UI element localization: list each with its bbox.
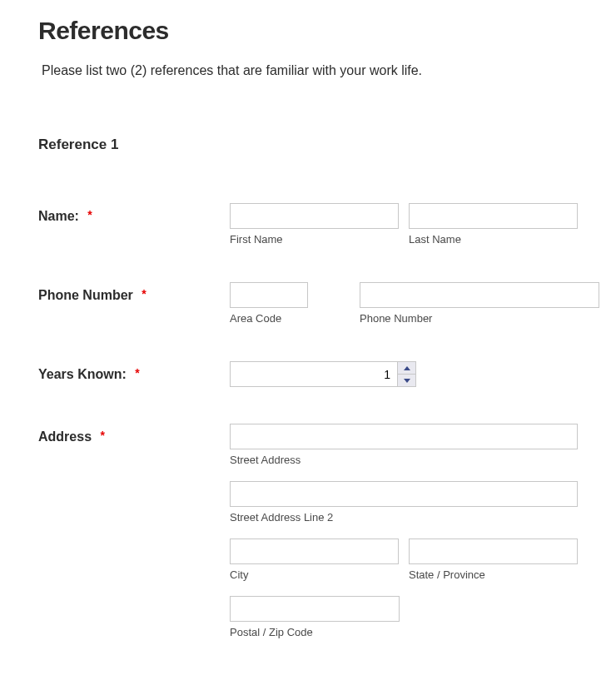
years-known-stepper [230, 361, 416, 387]
address-row: Address * Street Address Street Address … [38, 424, 578, 638]
phone-number-sublabel: Phone Number [360, 312, 599, 325]
area-code-sublabel: Area Code [230, 312, 308, 325]
reference-section-heading: Reference 1 [38, 136, 578, 153]
area-code-input[interactable] [230, 282, 308, 308]
state-input[interactable] [409, 539, 578, 564]
years-label: Years Known: [38, 367, 127, 381]
years-row: Years Known: * [38, 361, 578, 387]
phone-label: Phone Number [38, 288, 133, 302]
required-indicator: * [87, 208, 92, 221]
city-sublabel: City [230, 568, 399, 581]
street-address-2-input[interactable] [230, 481, 578, 507]
page-heading: References [38, 17, 578, 45]
street-address-2-sublabel: Street Address Line 2 [230, 511, 578, 524]
last-name-sublabel: Last Name [409, 233, 578, 246]
chevron-down-icon [404, 379, 410, 383]
address-label: Address [38, 429, 92, 444]
required-indicator: * [142, 287, 146, 300]
stepper-up-button[interactable] [398, 362, 415, 375]
postal-code-sublabel: Postal / Zip Code [230, 626, 578, 638]
postal-code-input[interactable] [230, 596, 400, 622]
required-indicator: * [135, 366, 139, 380]
last-name-input[interactable] [409, 203, 578, 229]
name-label: Name: [38, 209, 79, 223]
phone-number-input[interactable] [360, 282, 599, 308]
stepper-down-button[interactable] [398, 375, 415, 386]
years-known-input[interactable] [231, 362, 397, 386]
city-input[interactable] [230, 539, 399, 564]
state-sublabel: State / Province [409, 568, 578, 581]
name-row: Name: * First Name Last Name [38, 203, 578, 246]
chevron-up-icon [404, 366, 410, 370]
required-indicator: * [100, 429, 104, 442]
intro-text: Please list two (2) references that are … [42, 63, 578, 78]
street-address-input[interactable] [230, 424, 578, 449]
phone-row: Phone Number * Area Code Phone Number [38, 282, 578, 325]
street-address-sublabel: Street Address [230, 454, 578, 466]
first-name-sublabel: First Name [230, 233, 399, 246]
first-name-input[interactable] [230, 203, 399, 229]
